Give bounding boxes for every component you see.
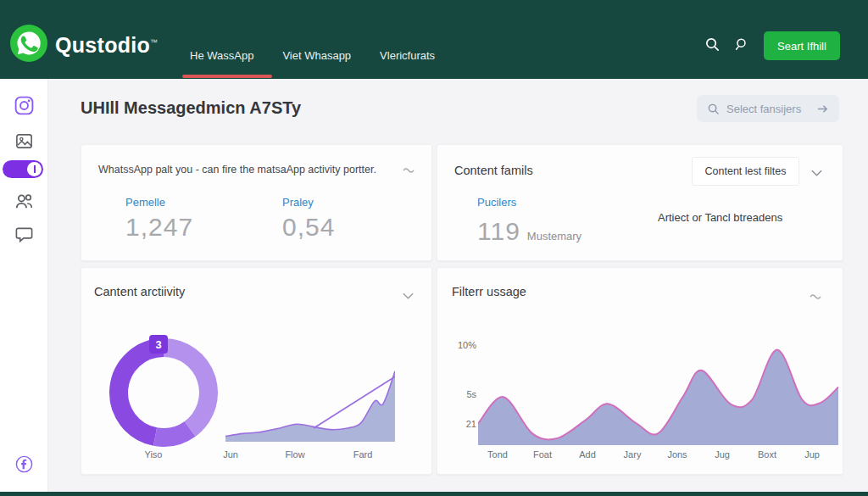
nav-item-viet-whasapp[interactable]: Viet Whasapp [282,49,351,62]
active-nav-underline [182,75,272,78]
toggle-knob [27,162,42,176]
whatsapp-summary-card: WhatssApp palt you - can fire the matsaA… [81,144,432,261]
stat-value: 119 [477,217,520,246]
stat-suffix: Mustemary [527,230,581,242]
stat-label: Pucilers [477,196,581,209]
stat-label: Praley [282,196,335,209]
trademark-mark: ™ [150,38,158,47]
profile-selector-placeholder: Select fansijers [726,103,810,115]
facebook-icon[interactable] [0,454,48,474]
x-axis-label: Jons [667,449,687,460]
x-axis-label: Boxt [758,449,776,460]
card-title: Filterr ussage [452,285,526,298]
brand-logo-text[interactable]: Qustodio™ [55,33,158,58]
x-axis-label: Jup [804,449,820,460]
main-nav: He WassApp Viet Whasapp Vlericfurats [190,49,435,62]
feature-toggle-on[interactable] [3,160,43,178]
filter-usage-card: Filterr ussage 10%5s21TondFoatAddJaryJon… [437,267,843,475]
search-icon[interactable] [704,36,721,53]
search-icon [707,103,720,115]
content-activity-card: Cantent arctiivity 3 YisoJunFlowFard [81,267,432,475]
x-axis-label: Tond [487,449,508,460]
card-description: WhatssApp palt you - can fire the matsaA… [98,164,387,176]
search-icon-secondary[interactable] [733,36,749,53]
stat-pucilers: Pucilers 119 Mustemary [477,196,581,246]
card-title: Content famils [454,164,533,177]
nav-item-vlericfurats[interactable]: Vlericfurats [380,49,435,62]
x-axis-label: Foat [533,449,552,460]
chevron-down-icon[interactable] [810,169,826,181]
stat-label: Pemelle [125,196,193,209]
donut-value-badge: 3 [149,335,168,354]
stat-praley: Praley 0,54 [282,196,335,242]
photo-icon[interactable] [0,131,48,151]
y-axis-tick: 10% [454,340,476,350]
page-title: UHIll Messagedmicn A7STy [81,98,301,118]
top-header: Qustodio™ He WassApp Viet Whasapp Vleric… [0,0,868,79]
x-axis-label: Fard [353,449,373,460]
x-axis-label: Jun [223,449,238,460]
instagram-camera-icon[interactable] [0,95,48,116]
header-actions [704,36,749,53]
x-axis-label: Add [579,449,596,460]
x-axis-label: Jug [715,449,730,460]
content-famils-card: Content famils Content lest filtes Pucil… [437,144,843,261]
chevron-down-icon[interactable] [402,292,417,304]
whatsapp-logo-icon [8,23,49,64]
y-axis-tick: 5s [454,389,476,399]
chat-icon[interactable] [0,225,48,244]
bottom-accent-strip [0,492,868,496]
profile-selector[interactable]: Select fansijers [697,95,839,122]
left-sidebar [0,79,48,496]
card-title: Cantent arctiivity [94,285,185,298]
arrow-right-icon[interactable] [816,103,829,115]
x-axis-label: Flow [285,449,304,460]
wave-collapse-icon[interactable] [402,165,417,177]
x-axis-label: Jary [624,449,642,460]
x-axis-label: Yiso [145,449,163,460]
wave-collapse-icon[interactable] [809,292,824,304]
y-axis-tick: 21 [454,419,476,429]
mini-area-chart [225,365,395,446]
usage-area-chart [478,330,838,449]
threat-description-text: Artiect or Tancl btreadens [658,211,782,224]
nav-item-he-wassapp[interactable]: He WassApp [190,49,253,62]
stat-value: 0,54 [282,213,335,242]
start-trial-button[interactable]: Seart Ifhill [764,31,840,60]
stat-value: 1,247 [125,213,193,242]
stat-pemelle: Pemelle 1,247 [125,196,193,242]
users-icon[interactable] [0,191,48,212]
content-filters-button[interactable]: Content lest filtes [692,157,799,186]
